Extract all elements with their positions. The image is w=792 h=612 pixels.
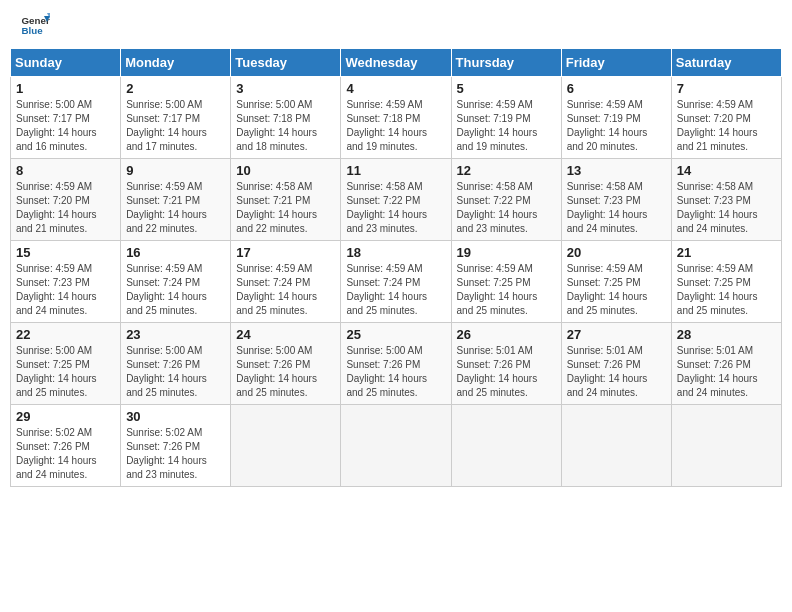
day-info: Sunrise: 4:59 AM Sunset: 7:25 PM Dayligh… xyxy=(457,262,556,318)
empty-cell xyxy=(231,405,341,487)
calendar-day-27: 27 Sunrise: 5:01 AM Sunset: 7:26 PM Dayl… xyxy=(561,323,671,405)
calendar-day-25: 25 Sunrise: 5:00 AM Sunset: 7:26 PM Dayl… xyxy=(341,323,451,405)
day-number: 10 xyxy=(236,163,335,178)
day-number: 11 xyxy=(346,163,445,178)
calendar-day-11: 11 Sunrise: 4:58 AM Sunset: 7:22 PM Dayl… xyxy=(341,159,451,241)
page-header: General Blue xyxy=(10,10,782,40)
empty-cell xyxy=(671,405,781,487)
day-number: 23 xyxy=(126,327,225,342)
day-info: Sunrise: 4:59 AM Sunset: 7:24 PM Dayligh… xyxy=(126,262,225,318)
weekday-header-saturday: Saturday xyxy=(671,49,781,77)
day-number: 19 xyxy=(457,245,556,260)
day-info: Sunrise: 4:59 AM Sunset: 7:23 PM Dayligh… xyxy=(16,262,115,318)
logo-icon: General Blue xyxy=(20,10,50,40)
day-info: Sunrise: 4:58 AM Sunset: 7:22 PM Dayligh… xyxy=(457,180,556,236)
weekday-header-monday: Monday xyxy=(121,49,231,77)
day-info: Sunrise: 4:59 AM Sunset: 7:19 PM Dayligh… xyxy=(457,98,556,154)
calendar-day-26: 26 Sunrise: 5:01 AM Sunset: 7:26 PM Dayl… xyxy=(451,323,561,405)
empty-cell xyxy=(451,405,561,487)
calendar-week-5: 29 Sunrise: 5:02 AM Sunset: 7:26 PM Dayl… xyxy=(11,405,782,487)
title-section xyxy=(50,10,692,12)
calendar-week-1: 1 Sunrise: 5:00 AM Sunset: 7:17 PM Dayli… xyxy=(11,77,782,159)
weekday-header-thursday: Thursday xyxy=(451,49,561,77)
day-number: 30 xyxy=(126,409,225,424)
day-number: 18 xyxy=(346,245,445,260)
day-number: 28 xyxy=(677,327,776,342)
day-number: 9 xyxy=(126,163,225,178)
day-number: 14 xyxy=(677,163,776,178)
calendar-day-16: 16 Sunrise: 4:59 AM Sunset: 7:24 PM Dayl… xyxy=(121,241,231,323)
day-number: 1 xyxy=(16,81,115,96)
day-number: 4 xyxy=(346,81,445,96)
day-number: 27 xyxy=(567,327,666,342)
day-number: 13 xyxy=(567,163,666,178)
calendar-week-4: 22 Sunrise: 5:00 AM Sunset: 7:25 PM Dayl… xyxy=(11,323,782,405)
logo: General Blue xyxy=(20,10,50,40)
calendar-day-30: 30 Sunrise: 5:02 AM Sunset: 7:26 PM Dayl… xyxy=(121,405,231,487)
day-number: 5 xyxy=(457,81,556,96)
day-info: Sunrise: 4:59 AM Sunset: 7:19 PM Dayligh… xyxy=(567,98,666,154)
day-info: Sunrise: 5:01 AM Sunset: 7:26 PM Dayligh… xyxy=(457,344,556,400)
day-info: Sunrise: 4:59 AM Sunset: 7:24 PM Dayligh… xyxy=(236,262,335,318)
day-info: Sunrise: 5:00 AM Sunset: 7:26 PM Dayligh… xyxy=(346,344,445,400)
day-number: 24 xyxy=(236,327,335,342)
calendar-day-12: 12 Sunrise: 4:58 AM Sunset: 7:22 PM Dayl… xyxy=(451,159,561,241)
calendar-week-2: 8 Sunrise: 4:59 AM Sunset: 7:20 PM Dayli… xyxy=(11,159,782,241)
day-number: 16 xyxy=(126,245,225,260)
calendar-day-15: 15 Sunrise: 4:59 AM Sunset: 7:23 PM Dayl… xyxy=(11,241,121,323)
weekday-header-friday: Friday xyxy=(561,49,671,77)
calendar-day-8: 8 Sunrise: 4:59 AM Sunset: 7:20 PM Dayli… xyxy=(11,159,121,241)
calendar-day-9: 9 Sunrise: 4:59 AM Sunset: 7:21 PM Dayli… xyxy=(121,159,231,241)
day-info: Sunrise: 4:59 AM Sunset: 7:20 PM Dayligh… xyxy=(677,98,776,154)
day-info: Sunrise: 4:59 AM Sunset: 7:25 PM Dayligh… xyxy=(567,262,666,318)
day-info: Sunrise: 4:59 AM Sunset: 7:21 PM Dayligh… xyxy=(126,180,225,236)
day-number: 21 xyxy=(677,245,776,260)
day-number: 6 xyxy=(567,81,666,96)
svg-text:Blue: Blue xyxy=(22,25,44,36)
calendar-day-3: 3 Sunrise: 5:00 AM Sunset: 7:18 PM Dayli… xyxy=(231,77,341,159)
weekday-header-sunday: Sunday xyxy=(11,49,121,77)
calendar-day-28: 28 Sunrise: 5:01 AM Sunset: 7:26 PM Dayl… xyxy=(671,323,781,405)
calendar-day-23: 23 Sunrise: 5:00 AM Sunset: 7:26 PM Dayl… xyxy=(121,323,231,405)
day-info: Sunrise: 4:59 AM Sunset: 7:18 PM Dayligh… xyxy=(346,98,445,154)
calendar-table: SundayMondayTuesdayWednesdayThursdayFrid… xyxy=(10,48,782,487)
day-info: Sunrise: 4:59 AM Sunset: 7:24 PM Dayligh… xyxy=(346,262,445,318)
calendar-day-2: 2 Sunrise: 5:00 AM Sunset: 7:17 PM Dayli… xyxy=(121,77,231,159)
day-info: Sunrise: 5:00 AM Sunset: 7:26 PM Dayligh… xyxy=(236,344,335,400)
calendar-day-4: 4 Sunrise: 4:59 AM Sunset: 7:18 PM Dayli… xyxy=(341,77,451,159)
day-number: 25 xyxy=(346,327,445,342)
empty-cell xyxy=(561,405,671,487)
day-info: Sunrise: 5:00 AM Sunset: 7:25 PM Dayligh… xyxy=(16,344,115,400)
day-info: Sunrise: 5:00 AM Sunset: 7:18 PM Dayligh… xyxy=(236,98,335,154)
calendar-day-14: 14 Sunrise: 4:58 AM Sunset: 7:23 PM Dayl… xyxy=(671,159,781,241)
day-info: Sunrise: 4:59 AM Sunset: 7:25 PM Dayligh… xyxy=(677,262,776,318)
day-number: 22 xyxy=(16,327,115,342)
day-info: Sunrise: 4:58 AM Sunset: 7:23 PM Dayligh… xyxy=(567,180,666,236)
empty-cell xyxy=(341,405,451,487)
day-number: 7 xyxy=(677,81,776,96)
day-info: Sunrise: 4:58 AM Sunset: 7:22 PM Dayligh… xyxy=(346,180,445,236)
calendar-day-19: 19 Sunrise: 4:59 AM Sunset: 7:25 PM Dayl… xyxy=(451,241,561,323)
day-number: 8 xyxy=(16,163,115,178)
day-number: 15 xyxy=(16,245,115,260)
calendar-day-6: 6 Sunrise: 4:59 AM Sunset: 7:19 PM Dayli… xyxy=(561,77,671,159)
calendar-day-7: 7 Sunrise: 4:59 AM Sunset: 7:20 PM Dayli… xyxy=(671,77,781,159)
calendar-day-5: 5 Sunrise: 4:59 AM Sunset: 7:19 PM Dayli… xyxy=(451,77,561,159)
day-number: 12 xyxy=(457,163,556,178)
calendar-day-18: 18 Sunrise: 4:59 AM Sunset: 7:24 PM Dayl… xyxy=(341,241,451,323)
day-info: Sunrise: 4:59 AM Sunset: 7:20 PM Dayligh… xyxy=(16,180,115,236)
day-info: Sunrise: 5:01 AM Sunset: 7:26 PM Dayligh… xyxy=(567,344,666,400)
day-info: Sunrise: 5:00 AM Sunset: 7:17 PM Dayligh… xyxy=(126,98,225,154)
calendar-week-3: 15 Sunrise: 4:59 AM Sunset: 7:23 PM Dayl… xyxy=(11,241,782,323)
day-info: Sunrise: 5:01 AM Sunset: 7:26 PM Dayligh… xyxy=(677,344,776,400)
weekday-header-wednesday: Wednesday xyxy=(341,49,451,77)
day-info: Sunrise: 5:02 AM Sunset: 7:26 PM Dayligh… xyxy=(126,426,225,482)
day-info: Sunrise: 5:00 AM Sunset: 7:17 PM Dayligh… xyxy=(16,98,115,154)
day-number: 29 xyxy=(16,409,115,424)
calendar-day-24: 24 Sunrise: 5:00 AM Sunset: 7:26 PM Dayl… xyxy=(231,323,341,405)
day-number: 20 xyxy=(567,245,666,260)
calendar-day-10: 10 Sunrise: 4:58 AM Sunset: 7:21 PM Dayl… xyxy=(231,159,341,241)
calendar-day-22: 22 Sunrise: 5:00 AM Sunset: 7:25 PM Dayl… xyxy=(11,323,121,405)
day-number: 3 xyxy=(236,81,335,96)
day-info: Sunrise: 5:00 AM Sunset: 7:26 PM Dayligh… xyxy=(126,344,225,400)
